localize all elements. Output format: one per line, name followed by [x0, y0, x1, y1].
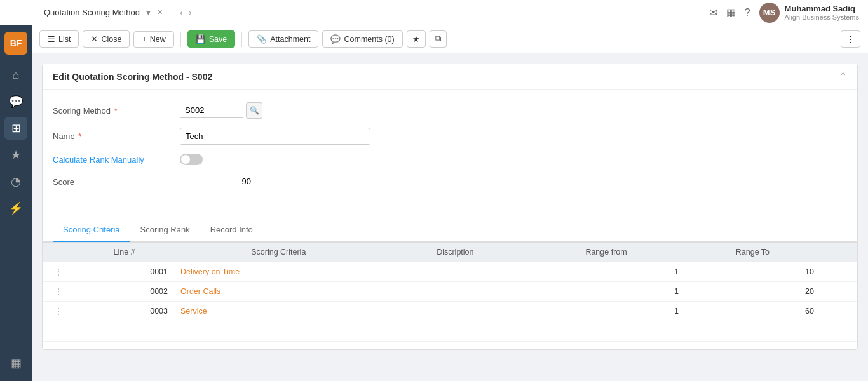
td-range-from-2: 1: [527, 302, 685, 321]
score-input[interactable]: [180, 174, 256, 189]
sidebar-item-chat[interactable]: 💬: [4, 90, 27, 113]
scoring-method-search-button[interactable]: 🔍: [246, 102, 262, 119]
empty-td: [383, 321, 528, 342]
nav-prev-button[interactable]: ‹: [180, 7, 183, 18]
content-area: Edit Quotation Scoring Method - S002 ⌃ S…: [32, 53, 868, 381]
scoring-method-input[interactable]: [180, 103, 243, 118]
drag-handle-icon[interactable]: ⋮: [49, 306, 68, 316]
th-actions: [820, 243, 857, 262]
sidebar-item-home[interactable]: ⌂: [4, 64, 27, 86]
tab-scoring-rank[interactable]: Scoring Rank: [130, 218, 200, 242]
td-range-from-0: 1: [527, 262, 685, 282]
th-handle: [43, 243, 74, 262]
list-button[interactable]: ☰ List: [39, 30, 79, 48]
td-range-to-0: 10: [685, 262, 820, 282]
mail-icon[interactable]: ✉: [709, 6, 717, 18]
table-row: ⋮ 0002 Order Calls 1: [43, 282, 857, 302]
plus-icon: +: [142, 35, 146, 44]
card-header: Edit Quotation Scoring Method - S002 ⌃: [43, 64, 857, 90]
th-line: Line #: [74, 243, 174, 262]
avatar: MS: [759, 3, 780, 23]
toolbar-divider-2: [241, 32, 242, 47]
card-title: Edit Quotation Scoring Method - S002: [53, 72, 212, 82]
name-label: Name *: [53, 131, 180, 141]
nav-next-button[interactable]: ›: [188, 7, 191, 18]
td-action-0: [820, 262, 857, 282]
table-header-row: Line # Scoring Criteria Discription Rang…: [43, 243, 857, 262]
attachment-icon: 📎: [257, 34, 267, 44]
td-criteria-2[interactable]: Service: [174, 302, 383, 321]
td-handle: ⋮: [43, 302, 74, 321]
td-criteria-0[interactable]: Delivery on Time: [174, 262, 383, 282]
scoring-method-row: Scoring Method * 🔍: [53, 102, 847, 119]
attachment-button[interactable]: 📎 Attachment: [248, 30, 318, 48]
new-button[interactable]: + New: [133, 31, 173, 48]
form-body: Scoring Method * 🔍 Name: [43, 90, 857, 211]
toggle-knob: [181, 155, 190, 164]
th-description: Discription: [383, 243, 528, 262]
calculate-rank-label: Calculate Rank Manually: [53, 155, 180, 164]
td-desc-1: [383, 282, 528, 302]
required-marker: *: [114, 106, 118, 116]
form-card: Edit Quotation Scoring Method - S002 ⌃ S…: [42, 64, 858, 350]
save-icon: 💾: [196, 34, 206, 44]
score-row: Score: [53, 174, 847, 189]
drag-handle-icon[interactable]: ⋮: [49, 267, 68, 277]
td-range-to-1: 20: [685, 282, 820, 302]
help-icon[interactable]: ?: [745, 7, 750, 18]
topbar-right: ✉ ▦ ? MS Muhammad Sadiq Align Business S…: [709, 3, 868, 23]
sidebar-item-reports[interactable]: ◔: [4, 170, 27, 193]
tab-close-icon[interactable]: ✕: [157, 8, 163, 17]
tab-dropdown-icon[interactable]: ▼: [145, 9, 152, 17]
user-name: Muhammad Sadiq: [785, 4, 859, 13]
td-criteria-1[interactable]: Order Calls: [174, 282, 383, 302]
td-desc-2: [383, 302, 528, 321]
tab-scoring-criteria[interactable]: Scoring Criteria: [53, 218, 130, 242]
comment-icon: 💬: [330, 34, 341, 44]
drag-handle-icon[interactable]: ⋮: [49, 286, 68, 297]
copy-button[interactable]: ⧉: [430, 30, 447, 48]
chart-icon[interactable]: ▦: [726, 6, 736, 18]
th-range-from: Range from: [527, 243, 685, 262]
td-desc-0: [383, 262, 528, 282]
close-icon: ✕: [91, 34, 98, 44]
active-tab[interactable]: Quotation Scoring Method ▼ ✕: [35, 0, 172, 25]
scoring-method-label: Scoring Method *: [53, 106, 180, 116]
toolbar: ☰ List ✕ Close + New 💾 Save 📎 Attachment: [32, 25, 868, 53]
sidebar: BF ⌂ 💬 ⊞ ★ ◔ ⚡ ▦: [0, 25, 32, 381]
td-line-1: 0002: [74, 282, 174, 302]
calculate-rank-toggle[interactable]: [180, 154, 203, 165]
name-input[interactable]: [180, 128, 370, 145]
sidebar-item-favorites[interactable]: ★: [4, 144, 27, 166]
empty-td: [174, 321, 383, 342]
tab-record-info[interactable]: Record Info: [200, 218, 263, 242]
star-button[interactable]: ★: [407, 30, 426, 48]
toolbar-divider: [180, 32, 181, 47]
td-line-0: 0001: [74, 262, 174, 282]
sidebar-item-activity[interactable]: ⚡: [4, 197, 27, 220]
name-row: Name *: [53, 128, 847, 145]
table-row: ⋮ 0003 Service 1: [43, 302, 857, 321]
comments-button[interactable]: 💬 Comments (0): [322, 30, 402, 48]
calculate-rank-row: Calculate Rank Manually: [53, 154, 847, 165]
topbar: Quotation Scoring Method ▼ ✕ ‹ › ✉ ▦ ? M…: [0, 0, 868, 25]
empty-td: [685, 321, 820, 342]
table-row: ⋮ 0001 Delivery on Time 1: [43, 262, 857, 282]
save-button[interactable]: 💾 Save: [187, 30, 236, 48]
empty-td: [820, 321, 857, 342]
empty-td: [74, 321, 174, 342]
search-icon: 🔍: [250, 106, 259, 115]
close-button[interactable]: ✕ Close: [83, 30, 130, 48]
user-company: Align Business Systems: [785, 13, 859, 21]
td-action-2: [820, 302, 857, 321]
sidebar-logo: BF: [4, 32, 27, 55]
main-content: ☰ List ✕ Close + New 💾 Save 📎 Attachment: [32, 25, 868, 381]
tab-label: Quotation Scoring Method: [44, 8, 140, 17]
collapse-icon[interactable]: ⌃: [839, 70, 847, 83]
td-range-from-1: 1: [527, 282, 685, 302]
more-options-button[interactable]: ⋮: [841, 30, 860, 48]
sidebar-item-dashboard[interactable]: ▦: [4, 352, 27, 375]
sidebar-item-grid[interactable]: ⊞: [4, 117, 27, 140]
user-info: MS Muhammad Sadiq Align Business Systems: [759, 3, 859, 23]
layout: BF ⌂ 💬 ⊞ ★ ◔ ⚡ ▦ ☰ List ✕ Close + New �: [0, 25, 868, 381]
